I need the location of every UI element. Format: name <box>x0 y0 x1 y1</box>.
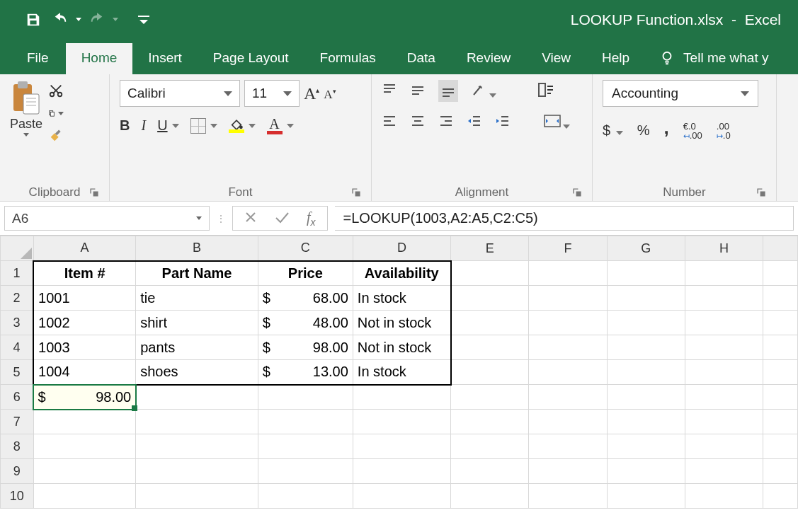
tab-pagelayout[interactable]: Page Layout <box>198 43 304 74</box>
align-top-button[interactable] <box>382 82 397 100</box>
font-dialog-launcher[interactable] <box>351 187 361 197</box>
increase-decimal-button[interactable]: €.0↤.00 <box>683 122 702 140</box>
font-size-select[interactable]: 11 <box>244 80 300 107</box>
borders-button[interactable] <box>190 118 217 134</box>
cell-C5[interactable]: $13.00 <box>258 360 353 385</box>
enter-formula-button[interactable] <box>274 211 290 226</box>
cell-A3[interactable]: 1002 <box>33 311 136 335</box>
align-right-button[interactable] <box>438 113 454 131</box>
shrink-font-button[interactable]: A▾ <box>324 86 336 100</box>
cell-B4[interactable]: pants <box>136 335 258 360</box>
underline-button[interactable]: U <box>157 117 178 134</box>
cell-E1[interactable] <box>451 261 529 286</box>
cell-A2[interactable]: 1001 <box>33 286 136 311</box>
col-header-G[interactable]: G <box>607 236 685 261</box>
clipboard-dialog-launcher[interactable] <box>89 187 99 197</box>
cell-G1[interactable] <box>607 261 685 286</box>
name-box[interactable]: A6 <box>4 206 210 231</box>
row-header-10[interactable]: 10 <box>1 484 34 509</box>
cell-D6[interactable] <box>353 385 450 410</box>
cell-B3[interactable]: shirt <box>136 311 258 335</box>
cell-D1[interactable]: Availability <box>353 261 450 286</box>
row-header-7[interactable]: 7 <box>1 410 34 434</box>
paste-button[interactable]: Paste <box>10 80 42 181</box>
customize-qat-button[interactable] <box>132 8 156 32</box>
tab-home[interactable]: Home <box>66 43 133 74</box>
cell-F1[interactable] <box>529 261 607 286</box>
cell-H1[interactable] <box>685 261 763 286</box>
col-header-D[interactable]: D <box>353 236 450 261</box>
col-header-C[interactable]: C <box>258 236 353 261</box>
row-header-4[interactable]: 4 <box>1 335 34 360</box>
format-painter-button[interactable] <box>48 128 64 144</box>
cell-A6[interactable]: $98.00 <box>33 385 136 410</box>
number-dialog-launcher[interactable] <box>756 187 766 197</box>
cell-C4[interactable]: $98.00 <box>258 335 353 360</box>
grid[interactable]: A B C D E F G H 1 Item # Part Name Price… <box>0 236 798 509</box>
cell-D3[interactable]: Not in stock <box>353 311 450 335</box>
copy-button[interactable] <box>48 105 64 121</box>
worksheet[interactable]: A B C D E F G H 1 Item # Part Name Price… <box>0 236 798 509</box>
col-header-B[interactable]: B <box>136 236 258 261</box>
col-header-H[interactable]: H <box>685 236 763 261</box>
font-name-select[interactable]: Calibri <box>120 80 240 107</box>
row-header-5[interactable]: 5 <box>1 360 34 385</box>
select-all-button[interactable] <box>1 236 34 261</box>
row-header-1[interactable]: 1 <box>1 261 34 286</box>
decrease-decimal-button[interactable]: .00↦.0 <box>717 122 731 140</box>
redo-dropdown[interactable] <box>112 18 119 21</box>
accounting-format-button[interactable]: $ <box>603 122 623 139</box>
save-button[interactable] <box>21 8 45 32</box>
cell-C3[interactable]: $48.00 <box>258 311 353 335</box>
tab-file[interactable]: File <box>21 43 66 74</box>
undo-dropdown[interactable] <box>75 18 82 21</box>
undo-button[interactable] <box>48 8 72 32</box>
merge-center-button[interactable] <box>543 113 570 131</box>
col-header-A[interactable]: A <box>33 236 136 261</box>
col-header-F[interactable]: F <box>529 236 607 261</box>
redo-button[interactable] <box>85 8 109 32</box>
align-middle-button[interactable] <box>410 82 426 100</box>
cell-B5[interactable]: shoes <box>136 360 258 385</box>
row-header-3[interactable]: 3 <box>1 311 34 335</box>
cell-A4[interactable]: 1003 <box>33 335 136 360</box>
bold-button[interactable]: B <box>120 117 130 134</box>
cell-D5[interactable]: In stock <box>353 360 450 385</box>
tab-help[interactable]: Help <box>586 43 645 74</box>
wrap-text-button[interactable] <box>537 82 556 100</box>
align-left-button[interactable] <box>382 113 397 131</box>
tell-me[interactable]: Tell me what y <box>645 43 768 74</box>
tab-formulas[interactable]: Formulas <box>304 43 392 74</box>
cell-A1[interactable]: Item # <box>33 261 136 286</box>
orientation-button[interactable] <box>471 82 496 100</box>
cell-B6[interactable] <box>136 385 258 410</box>
grow-font-button[interactable]: A▴ <box>304 84 319 103</box>
cell-D4[interactable]: Not in stock <box>353 335 450 360</box>
tab-review[interactable]: Review <box>451 43 526 74</box>
row-header-2[interactable]: 2 <box>1 286 34 311</box>
align-bottom-button[interactable] <box>438 80 458 102</box>
increase-indent-button[interactable] <box>495 113 511 131</box>
col-header-I[interactable] <box>763 236 798 261</box>
formula-input[interactable]: =LOOKUP(1003,A2:A5,C2:C5) <box>335 206 794 231</box>
cell-C2[interactable]: $68.00 <box>258 286 353 311</box>
percent-format-button[interactable]: % <box>637 122 650 139</box>
font-color-button[interactable]: A <box>267 117 294 134</box>
tab-insert[interactable]: Insert <box>132 43 198 74</box>
fill-color-button[interactable] <box>229 118 256 133</box>
cut-button[interactable] <box>48 83 64 98</box>
tab-view[interactable]: View <box>526 43 586 74</box>
cancel-formula-button[interactable] <box>244 211 257 226</box>
comma-format-button[interactable]: , <box>663 120 668 141</box>
cell-A5[interactable]: 1004 <box>33 360 136 385</box>
insert-function-button[interactable]: fx <box>307 209 316 228</box>
tab-data[interactable]: Data <box>392 43 451 74</box>
cell-B2[interactable]: tie <box>136 286 258 311</box>
decrease-indent-button[interactable] <box>467 113 482 131</box>
row-header-8[interactable]: 8 <box>1 434 34 459</box>
row-header-6[interactable]: 6 <box>1 385 34 410</box>
italic-button[interactable]: I <box>141 117 146 134</box>
cell-C6[interactable] <box>258 385 353 410</box>
col-header-E[interactable]: E <box>451 236 529 261</box>
cell-B1[interactable]: Part Name <box>136 261 258 286</box>
